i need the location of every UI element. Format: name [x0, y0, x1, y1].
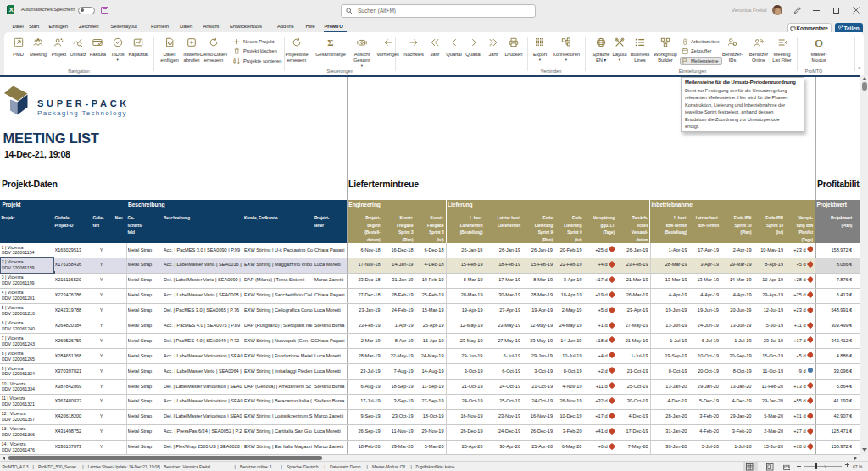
svg-text:O: O	[815, 37, 823, 47]
svg-text:Σ: Σ	[327, 37, 333, 47]
svg-text:Z: Z	[233, 61, 236, 64]
